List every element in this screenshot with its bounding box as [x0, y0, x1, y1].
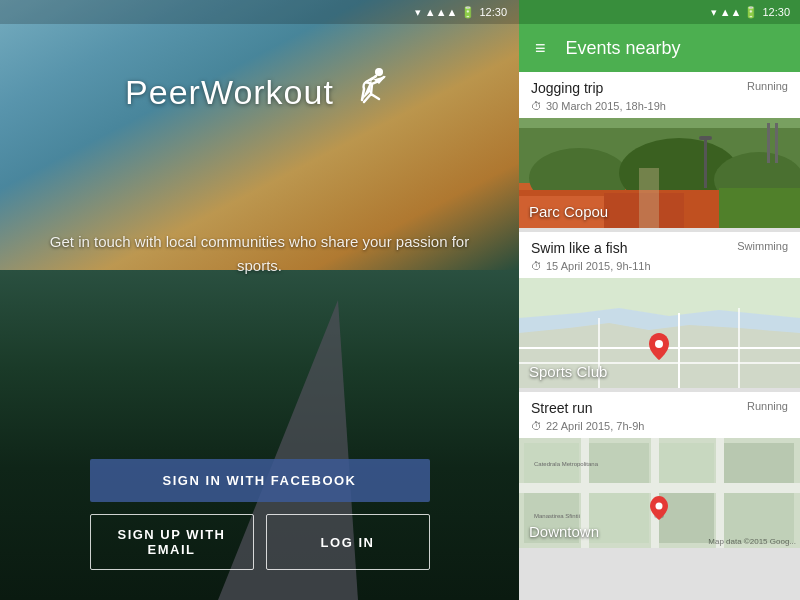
map-credit: Map data ©2015 Goog... — [708, 537, 796, 546]
event-location-swim: Sports Club — [529, 363, 607, 380]
secondary-buttons: SIGN UP WITH EMAIL LOG IN — [90, 514, 430, 570]
event-tag: Running — [747, 400, 788, 412]
svg-rect-28 — [724, 443, 794, 483]
event-title: Street run — [531, 400, 592, 416]
battery-icon: 🔋 — [461, 6, 475, 19]
svg-rect-31 — [659, 493, 714, 543]
right-panel: ▾ ▲▲ 🔋 12:30 ≡ Events nearby Jogging tri… — [519, 0, 800, 600]
event-image-jogging: Parc Copou — [519, 118, 800, 228]
clock-icon: ⏱ — [531, 260, 542, 272]
svg-rect-8 — [704, 138, 707, 188]
svg-text:Catedrala Metropolitana: Catedrala Metropolitana — [534, 461, 599, 467]
event-header: Street run Running — [519, 392, 800, 420]
time-display: 12:30 — [479, 6, 507, 18]
app-tagline: Get in touch with local communities who … — [30, 230, 489, 278]
left-panel: ▾ ▲▲▲ 🔋 12:30 PeerWorkout Get in touch w… — [0, 0, 519, 600]
event-image-street: Catedrala Metropolitana Manastirea Sfint… — [519, 438, 800, 548]
event-location-street: Downtown — [529, 523, 599, 540]
event-header: Jogging trip Running — [519, 72, 800, 100]
svg-rect-36 — [716, 438, 724, 548]
right-time-display: 12:30 — [762, 6, 790, 18]
menu-button[interactable]: ≡ — [535, 38, 546, 59]
event-time: 30 March 2015, 18h-19h — [546, 100, 666, 112]
svg-point-22 — [655, 340, 663, 348]
event-card-swim[interactable]: Swim like a fish Swimming ⏱ 15 April 201… — [519, 232, 800, 388]
event-time: 22 April 2015, 7h-9h — [546, 420, 644, 432]
svg-point-1 — [375, 69, 382, 76]
svg-rect-13 — [719, 188, 800, 228]
event-title: Swim like a fish — [531, 240, 627, 256]
svg-point-40 — [656, 503, 663, 510]
clock-icon: ⏱ — [531, 100, 542, 112]
svg-rect-35 — [651, 438, 659, 548]
svg-rect-32 — [724, 493, 794, 543]
right-toolbar: ≡ Events nearby — [519, 24, 800, 72]
app-name: PeerWorkout — [125, 73, 334, 112]
toolbar-title: Events nearby — [566, 38, 681, 59]
event-time-row: ⏱ 22 April 2015, 7h-9h — [519, 420, 800, 438]
svg-rect-27 — [659, 443, 714, 483]
right-signal-icon: ▾ ▲▲ 🔋 — [711, 6, 759, 19]
wifi-icon: ▾ — [415, 6, 421, 19]
event-tag: Swimming — [737, 240, 788, 252]
status-bar: ▾ ▲▲▲ 🔋 12:30 — [0, 0, 519, 24]
svg-rect-9 — [699, 136, 712, 140]
svg-rect-14 — [639, 168, 659, 228]
app-content: PeerWorkout Get in touch with local comm… — [0, 24, 519, 600]
logo-area: PeerWorkout — [125, 64, 394, 120]
event-time-row: ⏱ 15 April 2015, 9h-11h — [519, 260, 800, 278]
facebook-signin-button[interactable]: SIGN IN WITH FACEBOOK — [90, 459, 430, 502]
logo-icon — [344, 64, 394, 120]
event-card-street[interactable]: Street run Running ⏱ 22 April 2015, 7h-9… — [519, 392, 800, 548]
event-header: Swim like a fish Swimming — [519, 232, 800, 260]
right-status-bar: ▾ ▲▲ 🔋 12:30 — [519, 0, 800, 24]
buttons-area: SIGN IN WITH FACEBOOK SIGN UP WITH EMAIL… — [90, 459, 430, 570]
event-title: Jogging trip — [531, 80, 603, 96]
signup-email-button[interactable]: SIGN UP WITH EMAIL — [90, 514, 254, 570]
events-list: Jogging trip Running ⏱ 30 March 2015, 18… — [519, 72, 800, 600]
login-button[interactable]: LOG IN — [266, 514, 430, 570]
svg-rect-33 — [519, 483, 800, 493]
event-image-swim: Sports Club — [519, 278, 800, 388]
event-card-jogging[interactable]: Jogging trip Running ⏱ 30 March 2015, 18… — [519, 72, 800, 228]
clock-icon: ⏱ — [531, 420, 542, 432]
signal-icon: ▲▲▲ — [425, 6, 458, 18]
event-tag: Running — [747, 80, 788, 92]
event-location-jogging: Parc Copou — [529, 203, 608, 220]
event-time-row: ⏱ 30 March 2015, 18h-19h — [519, 100, 800, 118]
status-icons: ▾ ▲▲▲ 🔋 12:30 — [415, 6, 507, 19]
event-time: 15 April 2015, 9h-11h — [546, 260, 651, 272]
svg-text:Manastirea Sfintii: Manastirea Sfintii — [534, 513, 580, 519]
